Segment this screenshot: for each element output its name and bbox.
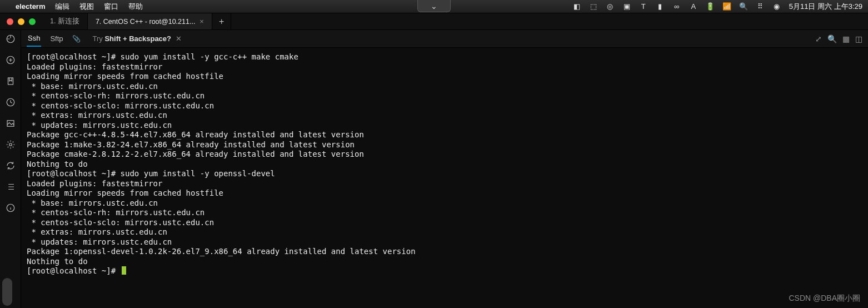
shortcut-hint: Try Shift + Backspace? ✕ [93,34,182,43]
bookmarks-icon[interactable] [5,76,16,87]
sync-icon[interactable] [5,160,16,171]
sidebar [0,30,21,308]
menu-window[interactable]: 窗口 [104,2,118,12]
watermark-text: CSDN @DBA圈小圈 [789,294,860,304]
status-icon[interactable]: ⬚ [589,2,598,11]
terminal-line: * base: mirrors.ustc.edu.cn [27,82,862,92]
input-source-icon[interactable]: A [689,2,698,11]
tab-label: 7. CentOS C++ - root@10.211... [96,18,195,26]
terminal-line: * extras: mirrors.ustc.edu.cn [27,227,862,237]
fullscreen-icon[interactable]: ⤢ [815,34,822,43]
battery-icon[interactable]: 🔋 [706,2,715,11]
hint-key: Shift + Backspace? [104,34,171,43]
notch-dropdown[interactable]: ⌄ [417,0,451,12]
session-tabs: 1. 新连接 7. CentOS C++ - root@10.211... × … [42,13,231,29]
svg-rect-2 [8,78,13,85]
settings-icon[interactable] [5,139,16,150]
attachment-icon[interactable]: 📎 [72,35,81,43]
terminal-line: * centos-sclo-rh: mirrors.ustc.edu.cn [27,208,862,218]
terminal-line: * updates: mirrors.ustc.edu.cn [27,237,862,247]
clock[interactable]: 5月11日 周六 上午3:29 [789,2,862,12]
app-window: 1. 新连接 7. CentOS C++ - root@10.211... × … [0,13,868,308]
terminal-line: Loading mirror speeds from cached hostfi… [27,72,862,82]
control-center-icon[interactable]: ⠿ [756,2,765,11]
minimize-window-button[interactable] [18,18,24,25]
search-terminal-icon[interactable]: 🔍 [827,34,837,43]
split-icon[interactable]: ◫ [855,34,862,43]
terminal-line: [root@localhost ~]# [27,266,862,276]
terminal-line: * centos-sclo-sclo: mirrors.ustc.edu.cn [27,218,862,228]
terminal-line: Package 1:openssl-devel-1.0.2k-26.el7_9.… [27,247,862,257]
status-icon[interactable]: T [639,2,648,11]
search-icon[interactable]: 🔍 [739,2,748,11]
new-session-icon[interactable] [5,54,16,66]
history-icon[interactable] [5,97,16,108]
info-icon[interactable] [5,202,16,213]
terminal-line: Package gcc-c++-4.8.5-44.el7.x86_64 alre… [27,130,862,140]
terminal-line: Loaded plugins: fastestmirror [27,179,862,189]
logo-icon[interactable] [5,33,16,44]
app-name[interactable]: electerm [16,2,45,11]
image-icon[interactable] [5,118,16,129]
wifi-icon[interactable]: 📶 [722,2,731,11]
menu-view[interactable]: 视图 [79,2,94,12]
grid-icon[interactable]: ▦ [842,34,850,43]
tab-label: 1. 新连接 [50,17,79,26]
terminal-line: Loaded plugins: fastestmirror [27,62,862,72]
sidebar-scrollbar[interactable] [2,278,12,306]
terminal-line: * centos-sclo-sclo: mirrors.ustc.edu.cn [27,101,862,111]
session-tab[interactable]: 1. 新连接 [42,13,88,29]
status-icon[interactable]: ◎ [606,2,615,11]
session-tab[interactable]: 7. CentOS C++ - root@10.211... × [88,13,212,29]
terminal-line: * base: mirrors.ustc.edu.cn [27,198,862,208]
main-area: Ssh Sftp 📎 Try Shift + Backspace? ✕ ⤢ 🔍 … [21,30,868,308]
fullscreen-window-button[interactable] [29,18,36,25]
window-controls [0,18,42,25]
siri-icon[interactable]: ◉ [772,2,781,11]
terminal-line: Package 1:make-3.82-24.el7.x86_64 alread… [27,140,862,150]
menu-help[interactable]: 帮助 [128,2,143,12]
plus-icon: + [219,17,224,27]
terminal-line: * updates: mirrors.ustc.edu.cn [27,121,862,131]
session-subbar: Ssh Sftp 📎 Try Shift + Backspace? ✕ ⤢ 🔍 … [21,30,868,48]
svg-point-5 [9,143,12,146]
terminal-output[interactable]: [root@localhost ~]# sudo yum install -y … [21,48,868,308]
ssh-tab[interactable]: Ssh [27,31,41,47]
sftp-tab[interactable]: Sftp [50,34,63,43]
status-icon[interactable]: ▮ [656,2,665,11]
titlebar: 1. 新连接 7. CentOS C++ - root@10.211... × … [0,13,868,30]
terminal-line: Nothing to do [27,257,862,267]
status-icon[interactable]: ∞ [672,2,681,11]
close-hint-icon[interactable]: ✕ [176,34,182,43]
terminal-line: [root@localhost ~]# sudo yum install -y … [27,52,862,62]
status-icon[interactable]: ◧ [572,2,581,11]
terminal-line: Package cmake-2.8.12.2-2.el7.x86_64 alre… [27,150,862,160]
terminal-line: * extras: mirrors.ustc.edu.cn [27,111,862,121]
terminal-line: [root@localhost ~]# sudo yum install -y … [27,169,862,179]
add-tab-button[interactable]: + [212,13,231,29]
terminal-line: Nothing to do [27,160,862,170]
terminal-line: * centos-sclo-rh: mirrors.ustc.edu.cn [27,91,862,101]
terminal-line: Loading mirror speeds from cached hostfi… [27,188,862,198]
close-window-button[interactable] [7,18,13,25]
hint-text: Try [93,34,105,43]
terminal-cursor [122,266,126,275]
menu-edit[interactable]: 编辑 [55,2,69,12]
list-icon[interactable] [5,181,16,192]
close-tab-icon[interactable]: × [199,17,204,26]
status-icon[interactable]: ▣ [622,2,631,11]
